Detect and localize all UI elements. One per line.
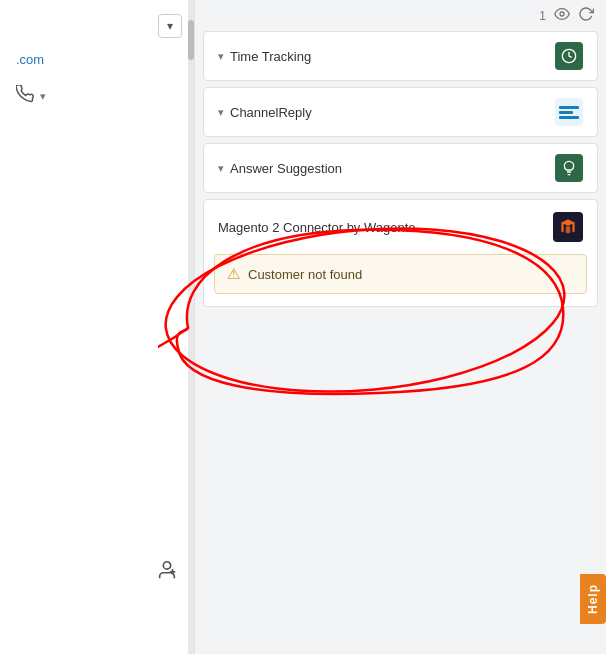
channelreply-header[interactable]: ▾ ChannelReply xyxy=(204,88,597,136)
left-panel: ▾ .com ▾ xyxy=(0,0,195,654)
right-panel: 1 ▾ Time Tracking xyxy=(195,0,606,654)
left-bottom-area xyxy=(0,117,194,646)
refresh-icon[interactable] xyxy=(578,6,594,25)
magento-header[interactable]: Magento 2 Connector by Wagento xyxy=(204,200,597,254)
answer-suggestion-header[interactable]: ▾ Answer Suggestion xyxy=(204,144,597,192)
apps-list: ▾ Time Tracking ▾ Channe xyxy=(195,31,606,313)
customer-not-found-warning: ⚠ Customer not found xyxy=(214,254,587,294)
chevron-icon: ▾ xyxy=(218,106,224,119)
dropdown-button[interactable]: ▾ xyxy=(158,14,182,38)
time-tracking-title: Time Tracking xyxy=(230,49,311,64)
channelreply-app: ▾ ChannelReply xyxy=(203,87,598,137)
answer-suggestion-title: Answer Suggestion xyxy=(230,161,342,176)
svg-point-0 xyxy=(163,562,170,569)
magento-icon xyxy=(553,212,583,242)
time-tracking-icon xyxy=(555,42,583,70)
eye-icon[interactable] xyxy=(554,6,570,25)
magento-title: Magento 2 Connector by Wagento xyxy=(218,220,416,235)
warning-text: Customer not found xyxy=(248,267,362,282)
domain-link[interactable]: .com xyxy=(0,44,60,75)
svg-point-3 xyxy=(560,12,564,16)
warning-icon: ⚠ xyxy=(227,265,240,283)
magento-section: Magento 2 Connector by Wagento ⚠ Custome… xyxy=(203,199,598,307)
phone-icon-button[interactable] xyxy=(16,85,34,107)
time-tracking-header[interactable]: ▾ Time Tracking xyxy=(204,32,597,80)
channelreply-icon xyxy=(555,98,583,126)
answer-suggestion-app: ▾ Answer Suggestion xyxy=(203,143,598,193)
channelreply-title: ChannelReply xyxy=(230,105,312,120)
time-tracking-app: ▾ Time Tracking xyxy=(203,31,598,81)
assign-icon-button[interactable] xyxy=(156,559,178,586)
counter-badge: 1 xyxy=(539,9,546,23)
help-button[interactable]: Help xyxy=(580,574,606,624)
chevron-icon: ▾ xyxy=(218,50,224,63)
chevron-icon: ▾ xyxy=(218,162,224,175)
chevron-small-icon: ▾ xyxy=(40,90,46,103)
answer-suggestion-icon xyxy=(555,154,583,182)
top-bar: 1 xyxy=(195,0,606,31)
